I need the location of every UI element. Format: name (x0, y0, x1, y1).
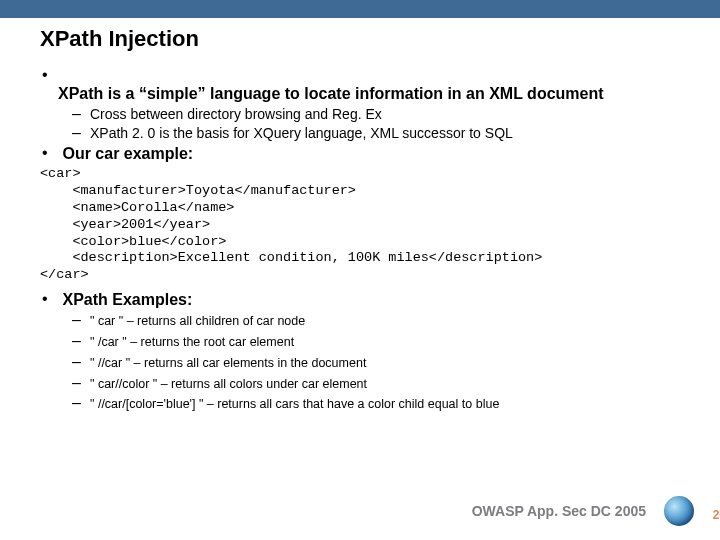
sub-bullet-item: " /car " – returns the root car element (90, 331, 680, 352)
bullet-item: XPath Examples: " car " – returns all ch… (58, 290, 680, 414)
bullet-list-2: XPath Examples: " car " – returns all ch… (40, 290, 680, 414)
bullet-text: Our car example: (62, 145, 193, 162)
sub-bullet-text: Cross between directory browsing and Reg… (90, 106, 382, 122)
footer: OWASP App. Sec DC 2005 (472, 496, 694, 526)
code-block: <car> <manufacturer>Toyota</manufacturer… (40, 166, 680, 284)
page-title: XPath Injection (40, 26, 680, 52)
sub-bullet-item: " //car/[color='blue'] " – returns all c… (90, 393, 680, 414)
sub-bullet-item: Cross between directory browsing and Reg… (90, 105, 680, 124)
bullet-item: Our car example: (58, 144, 680, 164)
slide-content: XPath Injection XPath is a “simple” lang… (0, 18, 720, 414)
sub-bullet-text: " car " – returns all children of car no… (90, 314, 305, 328)
bullet-text: XPath is a “simple” language to locate i… (58, 84, 678, 104)
sub-bullet-item: " car " – returns all children of car no… (90, 310, 680, 331)
sub-bullet-list: Cross between directory browsing and Reg… (58, 105, 680, 142)
bullet-text: XPath Examples: (62, 291, 192, 308)
footer-text: OWASP App. Sec DC 2005 (472, 503, 646, 519)
sub-bullet-list: " car " – returns all children of car no… (58, 310, 680, 414)
sub-bullet-text: XPath 2. 0 is the basis for XQuery langu… (90, 125, 513, 141)
page-number: 20 (713, 508, 720, 522)
sub-bullet-item: " car//color " – returns all colors unde… (90, 373, 680, 394)
sub-bullet-text: " /car " – returns the root car element (90, 335, 294, 349)
sub-bullet-text: " //car/[color='blue'] " – returns all c… (90, 397, 499, 411)
bullet-list: XPath is a “simple” language to locate i… (40, 66, 680, 164)
owasp-logo-icon (664, 496, 694, 526)
sub-bullet-item: XPath 2. 0 is the basis for XQuery langu… (90, 124, 680, 143)
top-accent-bar (0, 0, 720, 18)
sub-bullet-text: " car//color " – returns all colors unde… (90, 377, 367, 391)
bullet-item: XPath is a “simple” language to locate i… (58, 66, 680, 142)
sub-bullet-text: " //car " – returns all car elements in … (90, 356, 366, 370)
sub-bullet-item: " //car " – returns all car elements in … (90, 352, 680, 373)
